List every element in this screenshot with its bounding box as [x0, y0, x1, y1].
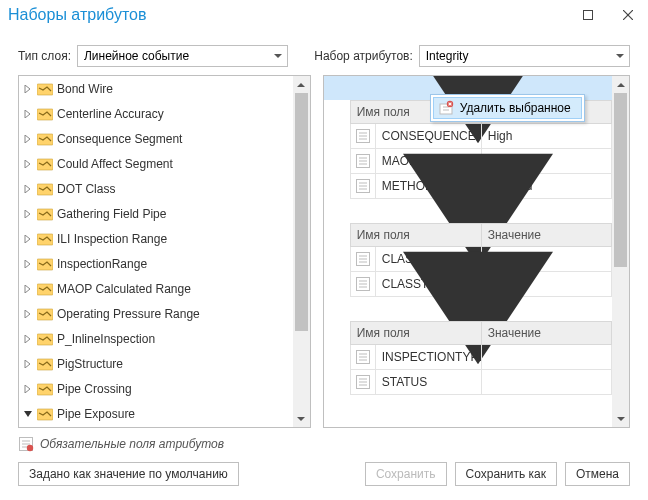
- tree-item[interactable]: ILI Inspection Range: [19, 226, 293, 251]
- expander-icon[interactable]: [23, 109, 33, 119]
- tree-item-label: Pipe Crossing: [57, 382, 132, 396]
- required-fields-text: Обязательные поля атрибутов: [40, 437, 224, 451]
- segment-header[interactable]: InspectionRange: [324, 297, 612, 321]
- controls-row: Тип слоя: Линейное событие Набор атрибут…: [0, 30, 648, 75]
- field-icon: [350, 370, 376, 395]
- cancel-button[interactable]: Отмена: [565, 462, 630, 486]
- scroll-up-icon[interactable]: [612, 76, 629, 93]
- context-menu: Удалить выбранное: [430, 94, 585, 122]
- required-icon: [18, 436, 34, 452]
- tree-item[interactable]: InspectionRange: [19, 251, 293, 276]
- cell-field: STATUS: [376, 370, 482, 395]
- menu-delete-selected[interactable]: Удалить выбранное: [433, 97, 582, 119]
- expander-icon[interactable]: [23, 334, 33, 344]
- segment-header[interactable]: DOT Class: [324, 199, 612, 223]
- footer-info: Обязательные поля атрибутов: [0, 428, 648, 458]
- expander-icon[interactable]: [23, 234, 33, 244]
- cell-value[interactable]: [482, 370, 612, 395]
- save-as-button[interactable]: Сохранить как: [455, 462, 557, 486]
- layer-type-label: Тип слоя:: [18, 49, 71, 63]
- tree-item-label: ILI Inspection Range: [57, 232, 167, 246]
- delete-icon: [438, 100, 454, 116]
- layer-icon: [37, 107, 53, 121]
- layer-icon: [37, 132, 53, 146]
- expander-icon[interactable]: [23, 84, 33, 94]
- tree-item-label: MAOP Calculated Range: [57, 282, 191, 296]
- expander-icon[interactable]: [23, 159, 33, 169]
- titlebar: Наборы атрибутов: [0, 0, 648, 30]
- expander-icon[interactable]: [23, 284, 33, 294]
- tree-item-label: Consequence Segment: [57, 132, 182, 146]
- left-scrollbar[interactable]: [293, 76, 310, 427]
- grid-row[interactable]: STATUS: [350, 370, 612, 395]
- tree-item[interactable]: Pipe Exposure: [19, 401, 293, 426]
- tree-item[interactable]: Could Affect Segment: [19, 151, 293, 176]
- layer-icon: [37, 232, 53, 246]
- layer-icon: [37, 307, 53, 321]
- menu-delete-selected-label: Удалить выбранное: [460, 101, 571, 115]
- tree-item[interactable]: Gathering Field Pipe: [19, 201, 293, 226]
- tree-item[interactable]: PigStructure: [19, 351, 293, 376]
- expander-icon[interactable]: [23, 134, 33, 144]
- tree-item[interactable]: Bond Wire: [19, 76, 293, 101]
- expander-icon[interactable]: [23, 359, 33, 369]
- expander-icon[interactable]: [23, 209, 33, 219]
- set-default-button[interactable]: Задано как значение по умолчанию: [18, 462, 239, 486]
- scroll-down-icon[interactable]: [612, 410, 629, 427]
- tree-item[interactable]: DOT Class: [19, 176, 293, 201]
- tree-item-label: PigStructure: [57, 357, 123, 371]
- tree-item-label: P_InlineInspection: [57, 332, 155, 346]
- grid-header: Имя поляЗначение: [350, 321, 612, 345]
- layer-type-value: Линейное событие: [84, 49, 189, 63]
- expander-icon[interactable]: [23, 309, 33, 319]
- scroll-up-icon[interactable]: [293, 76, 310, 93]
- expander-icon[interactable]: [23, 384, 33, 394]
- attr-set-label: Набор атрибутов:: [314, 49, 413, 63]
- close-icon[interactable]: [608, 0, 648, 30]
- layer-icon: [37, 357, 53, 371]
- expander-icon[interactable]: [23, 184, 33, 194]
- svg-rect-16: [584, 11, 593, 20]
- tree-item-label: Gathering Field Pipe: [57, 207, 166, 221]
- tree-item[interactable]: Centerline Accuracy: [19, 101, 293, 126]
- tree-item-label: Bond Wire: [57, 82, 113, 96]
- layer-icon: [37, 82, 53, 96]
- window-title: Наборы атрибутов: [8, 6, 568, 24]
- layer-icon: [37, 157, 53, 171]
- segment: InspectionRangeИмя поляЗначениеINSPECTIO…: [324, 297, 612, 395]
- layer-icon: [37, 332, 53, 346]
- layer-type-select[interactable]: Линейное событие: [77, 45, 288, 67]
- tree-item-label: Could Affect Segment: [57, 157, 173, 171]
- tree-item-label: InspectionRange: [57, 257, 147, 271]
- right-panel: Consequence SegmentИмя поляЗначениеCONSE…: [323, 75, 630, 428]
- layer-icon: [37, 282, 53, 296]
- left-panel: Bond WireCenterline AccuracyConsequence …: [18, 75, 311, 428]
- tree-item[interactable]: Pipe Crossing: [19, 376, 293, 401]
- right-scrollbar[interactable]: [612, 76, 629, 427]
- cell-value[interactable]: [482, 345, 612, 370]
- layer-icon: [37, 407, 53, 421]
- maximize-icon[interactable]: [568, 0, 608, 30]
- cell-field: INSPECTIONTYPE: [376, 345, 482, 370]
- tree-item[interactable]: P_InlineInspection: [19, 326, 293, 351]
- grid-row[interactable]: INSPECTIONTYPE: [350, 345, 612, 370]
- attr-set-select[interactable]: Integrity: [419, 45, 630, 67]
- tree-item[interactable]: MAOP Calculated Range: [19, 276, 293, 301]
- layer-icon: [37, 257, 53, 271]
- col-field: Имя поля: [350, 321, 482, 345]
- tree-item-label: Pipe Exposure: [57, 407, 135, 421]
- layer-icon: [37, 182, 53, 196]
- tree-item[interactable]: Operating Pressure Range: [19, 301, 293, 326]
- col-value: Значение: [482, 321, 612, 345]
- scroll-down-icon[interactable]: [293, 410, 310, 427]
- tree-item-label: Centerline Accuracy: [57, 107, 164, 121]
- expander-icon[interactable]: [23, 409, 33, 419]
- expander-icon[interactable]: [23, 259, 33, 269]
- buttons-row: Задано как значение по умолчанию Сохрани…: [0, 458, 648, 500]
- tree-item-label: Operating Pressure Range: [57, 307, 200, 321]
- attr-set-value: Integrity: [426, 49, 469, 63]
- tree-item[interactable]: Consequence Segment: [19, 126, 293, 151]
- save-button[interactable]: Сохранить: [365, 462, 447, 486]
- layer-icon: [37, 207, 53, 221]
- layer-icon: [37, 382, 53, 396]
